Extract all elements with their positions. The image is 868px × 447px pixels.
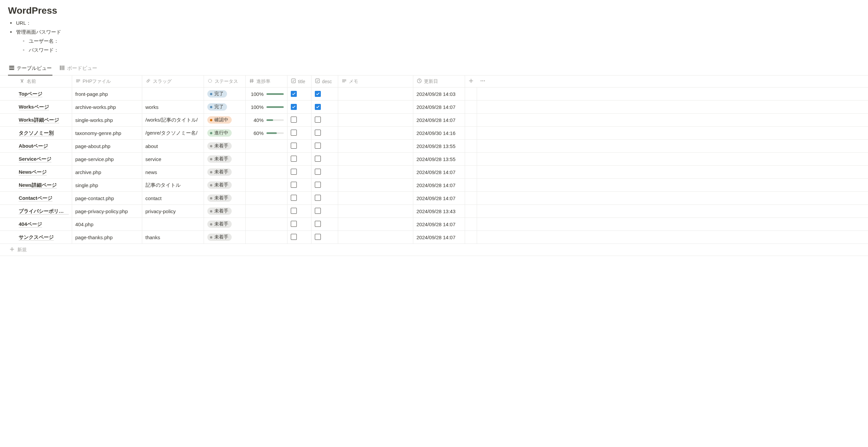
cell-status[interactable]: 未着手 <box>204 192 245 205</box>
cell-slug[interactable]: works <box>142 100 204 114</box>
checkbox[interactable] <box>315 143 321 149</box>
cell-php[interactable]: front-page.php <box>72 88 142 100</box>
bullet-password[interactable]: パスワード： <box>21 46 860 55</box>
cell-name[interactable]: プライバシーポリシー <box>0 205 72 218</box>
table-row[interactable]: Aboutページpage-about.phpabout未着手2024/09/28… <box>0 140 868 153</box>
cell-memo[interactable] <box>338 231 413 244</box>
col-header-memo[interactable]: メモ <box>338 76 413 88</box>
checkbox[interactable] <box>315 234 321 240</box>
checkbox[interactable] <box>315 221 321 227</box>
cell-desc-check[interactable] <box>311 140 338 153</box>
cell-memo[interactable] <box>338 205 413 218</box>
cell-title-check[interactable] <box>287 231 311 244</box>
cell-name[interactable]: Newsページ <box>0 166 72 179</box>
table-row[interactable]: Worksページarchive-works.phpworks完了100%2024… <box>0 100 868 114</box>
cell-status[interactable]: 完了 <box>204 100 245 114</box>
cell-progress[interactable]: 60% <box>245 127 287 140</box>
cell-desc-check[interactable] <box>311 114 338 127</box>
table-row[interactable]: 404ページ404.php未着手2024/09/28 14:07 <box>0 218 868 231</box>
cell-title-check[interactable] <box>287 205 311 218</box>
cell-title-check[interactable] <box>287 140 311 153</box>
col-header-progress[interactable]: 進捗率 <box>245 76 287 88</box>
cell-memo[interactable] <box>338 166 413 179</box>
cell-progress[interactable] <box>245 179 287 192</box>
checkbox[interactable] <box>291 182 297 188</box>
checkbox[interactable] <box>291 104 297 110</box>
cell-memo[interactable] <box>338 88 413 100</box>
cell-progress[interactable] <box>245 166 287 179</box>
cell-status[interactable]: 未着手 <box>204 205 245 218</box>
cell-status[interactable]: 完了 <box>204 88 245 100</box>
cell-updated[interactable]: 2024/09/28 14:07 <box>413 166 465 179</box>
cell-updated[interactable]: 2024/09/28 14:07 <box>413 231 465 244</box>
cell-status[interactable]: 未着手 <box>204 166 245 179</box>
checkbox[interactable] <box>315 156 321 162</box>
checkbox[interactable] <box>291 130 297 136</box>
bullet-admin-pw[interactable]: 管理画面パスワード ユーザー名： パスワード： <box>8 28 860 56</box>
cell-desc-check[interactable] <box>311 127 338 140</box>
cell-title-check[interactable] <box>287 166 311 179</box>
cell-status[interactable]: 進行中 <box>204 127 245 140</box>
checkbox[interactable] <box>291 156 297 162</box>
cell-desc-check[interactable] <box>311 192 338 205</box>
cell-name[interactable]: 404ページ <box>0 218 72 231</box>
checkbox[interactable] <box>315 195 321 201</box>
table-row[interactable]: タクソノミー別taxonomy-genre.php/genre/タクソノミー名/… <box>0 127 868 140</box>
cell-updated[interactable]: 2024/09/28 14:07 <box>413 218 465 231</box>
add-column-button[interactable] <box>465 76 477 88</box>
cell-updated[interactable]: 2024/09/28 14:07 <box>413 114 465 127</box>
cell-php[interactable]: archive.php <box>72 166 142 179</box>
checkbox[interactable] <box>315 117 321 123</box>
bullet-url[interactable]: URL： <box>8 19 860 28</box>
checkbox[interactable] <box>291 143 297 149</box>
cell-slug[interactable]: 記事のタイトル <box>142 179 204 192</box>
cell-progress[interactable]: 40% <box>245 114 287 127</box>
col-header-desc[interactable]: desc <box>311 76 338 88</box>
cell-desc-check[interactable] <box>311 179 338 192</box>
cell-progress[interactable] <box>245 205 287 218</box>
cell-updated[interactable]: 2024/09/28 13:43 <box>413 205 465 218</box>
cell-title-check[interactable] <box>287 153 311 166</box>
checkbox[interactable] <box>315 182 321 188</box>
cell-progress[interactable]: 100% <box>245 88 287 100</box>
table-row[interactable]: Newsページarchive.phpnews未着手2024/09/28 14:0… <box>0 166 868 179</box>
cell-desc-check[interactable] <box>311 205 338 218</box>
cell-name[interactable]: タクソノミー別 <box>0 127 72 140</box>
new-row-button[interactable]: 新規 <box>0 244 868 256</box>
table-more-button[interactable] <box>477 76 868 88</box>
cell-title-check[interactable] <box>287 114 311 127</box>
cell-updated[interactable]: 2024/09/28 14:07 <box>413 192 465 205</box>
cell-php[interactable]: single.php <box>72 179 142 192</box>
col-header-updated[interactable]: 更新日 <box>413 76 465 88</box>
bullet-username[interactable]: ユーザー名： <box>21 37 860 46</box>
table-row[interactable]: Works詳細ページsingle-works.php/works/記事のタイトル… <box>0 114 868 127</box>
cell-name[interactable]: Contactページ <box>0 192 72 205</box>
cell-name[interactable]: Serviceページ <box>0 153 72 166</box>
col-header-status[interactable]: ステータス <box>204 76 245 88</box>
cell-memo[interactable] <box>338 179 413 192</box>
cell-php[interactable]: page-thanks.php <box>72 231 142 244</box>
cell-slug[interactable]: news <box>142 166 204 179</box>
tab-table-view[interactable]: テーブルビュー <box>8 62 53 75</box>
cell-slug[interactable]: service <box>142 153 204 166</box>
table-row[interactable]: News詳細ページsingle.php記事のタイトル未着手2024/09/28 … <box>0 179 868 192</box>
cell-slug[interactable]: thanks <box>142 231 204 244</box>
cell-desc-check[interactable] <box>311 153 338 166</box>
table-row[interactable]: Serviceページpage-service.phpservice未着手2024… <box>0 153 868 166</box>
checkbox[interactable] <box>315 91 321 97</box>
cell-updated[interactable]: 2024/09/28 14:07 <box>413 179 465 192</box>
cell-name[interactable]: サンクスページ <box>0 231 72 244</box>
cell-name[interactable]: Worksページ <box>0 100 72 114</box>
cell-php[interactable]: page-service.php <box>72 153 142 166</box>
cell-title-check[interactable] <box>287 179 311 192</box>
cell-slug[interactable]: /genre/タクソノミー名/ <box>142 127 204 140</box>
cell-title-check[interactable] <box>287 127 311 140</box>
cell-memo[interactable] <box>338 218 413 231</box>
cell-php[interactable]: page-contact.php <box>72 192 142 205</box>
cell-slug[interactable]: /works/記事のタイトル/ <box>142 114 204 127</box>
checkbox[interactable] <box>291 91 297 97</box>
cell-status[interactable]: 未着手 <box>204 231 245 244</box>
table-row[interactable]: Topページfront-page.php完了100%2024/09/28 14:… <box>0 88 868 100</box>
table-row[interactable]: サンクスページpage-thanks.phpthanks未着手2024/09/2… <box>0 231 868 244</box>
tab-board-view[interactable]: ボードビュー <box>58 62 98 75</box>
